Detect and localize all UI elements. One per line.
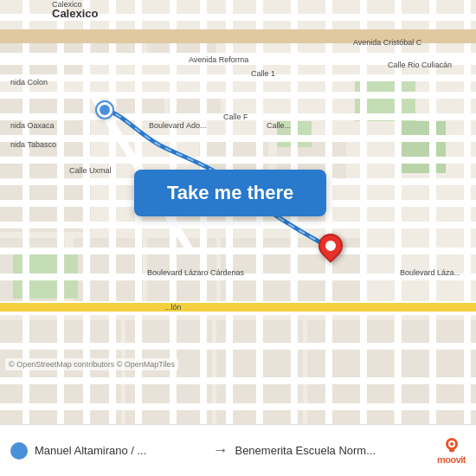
moovit-logo-text: moovit [437, 454, 466, 465]
take-me-there-button[interactable]: Take me there [134, 170, 326, 216]
arrow-icon: → [212, 441, 228, 460]
moovit-logo: moovit [437, 437, 466, 465]
bottom-bar: Manuel Altamirano / ... → Benemerita Esc… [0, 424, 476, 476]
destination-pin [318, 234, 343, 265]
to-text: Benemerita Escuela Norm... [235, 444, 429, 457]
moovit-logo-icon [438, 437, 466, 454]
from-text: Manuel Altamirano / ... [35, 444, 146, 457]
from-section: Manuel Altamirano / ... [10, 442, 205, 460]
svg-point-4 [450, 442, 453, 446]
map-attribution: © OpenStreetMap contributors © OpenMapTi… [5, 358, 178, 370]
current-location-dot [97, 102, 113, 118]
from-icon [10, 442, 28, 460]
map-container: Take me there © OpenStreetMap contributo… [0, 0, 476, 424]
